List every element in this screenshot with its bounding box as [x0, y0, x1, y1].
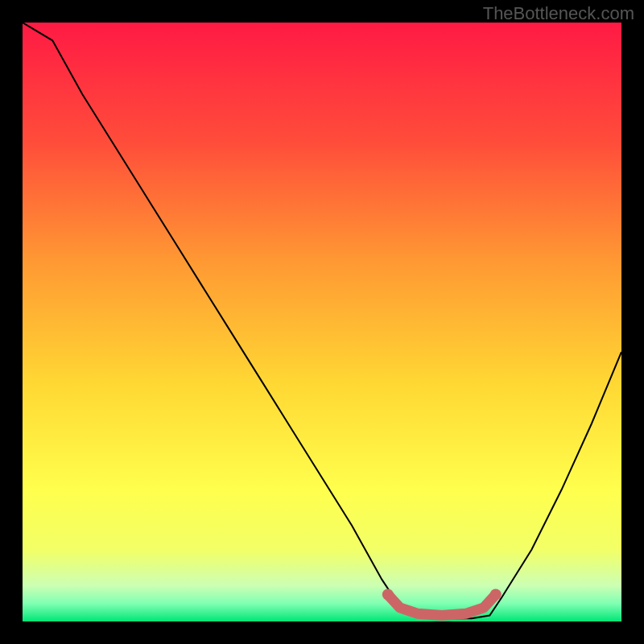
- watermark-text: TheBottleneck.com: [483, 3, 634, 24]
- chart-container: TheBottleneck.com: [0, 0, 644, 644]
- highlight-endpoint: [490, 589, 502, 601]
- highlight-endpoint: [382, 589, 394, 601]
- plot-area: [23, 23, 621, 621]
- gradient-background: [23, 23, 621, 621]
- chart-svg: [23, 23, 621, 621]
